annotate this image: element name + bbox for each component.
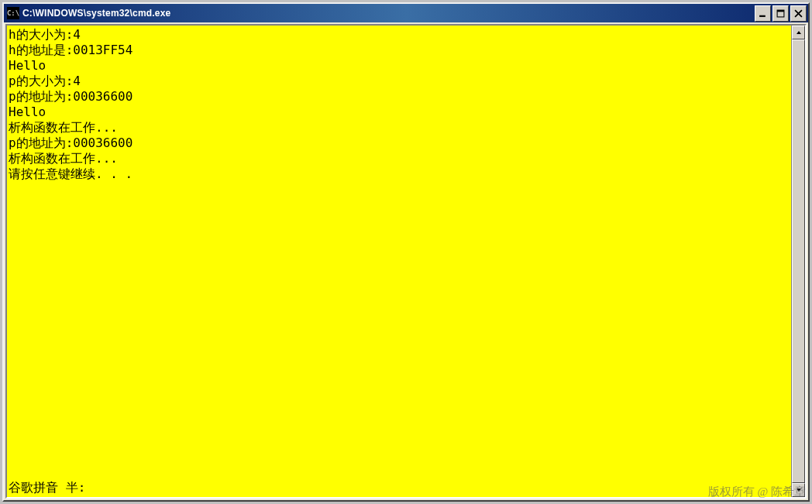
chevron-up-icon [796, 29, 802, 36]
svg-rect-0 [759, 15, 766, 16]
cmd-window: C:\ C:\WINDOWS\system32\cmd.exe h的大小为:4 … [2, 2, 810, 502]
console-line: h的大小为:4 [9, 27, 790, 43]
console-line: p的大小为:4 [9, 74, 790, 89]
window-title: C:\WINDOWS\system32\cmd.exe [22, 8, 755, 19]
close-button[interactable] [790, 5, 807, 22]
console-line: 析构函数在工作... [9, 120, 790, 135]
maximize-button[interactable] [772, 5, 789, 22]
console-line: h的地址是:0013FF54 [9, 43, 790, 58]
titlebar[interactable]: C:\ C:\WINDOWS\system32\cmd.exe [4, 4, 808, 22]
content-frame: h的大小为:4 h的地址是:0013FF54 Hello p的大小为:4 p的地… [5, 24, 807, 499]
scroll-thumb[interactable] [792, 39, 805, 483]
close-icon [794, 9, 803, 18]
cmd-icon: C:\ [7, 7, 19, 19]
console-line: 请按任意键继续. . . [9, 166, 790, 182]
console-output[interactable]: h的大小为:4 h的地址是:0013FF54 Hello p的大小为:4 p的地… [7, 26, 791, 497]
chevron-down-icon [796, 487, 802, 493]
console-line: Hello [9, 105, 790, 120]
window-controls [755, 5, 807, 22]
ime-status: 谷歌拼音 半: [9, 480, 85, 495]
console-line: Hello [9, 58, 790, 74]
console-line: 析构函数在工作... [9, 151, 790, 166]
minimize-button[interactable] [755, 5, 771, 22]
console-line: p的地址为:00036600 [9, 135, 790, 151]
svg-rect-2 [777, 10, 784, 12]
scroll-track[interactable] [792, 39, 805, 483]
console-line: p的地址为:00036600 [9, 89, 790, 105]
maximize-icon [776, 9, 785, 18]
scroll-up-button[interactable] [792, 26, 805, 39]
scroll-down-button[interactable] [792, 483, 805, 497]
vertical-scrollbar[interactable] [791, 26, 805, 497]
minimize-icon [759, 9, 767, 18]
